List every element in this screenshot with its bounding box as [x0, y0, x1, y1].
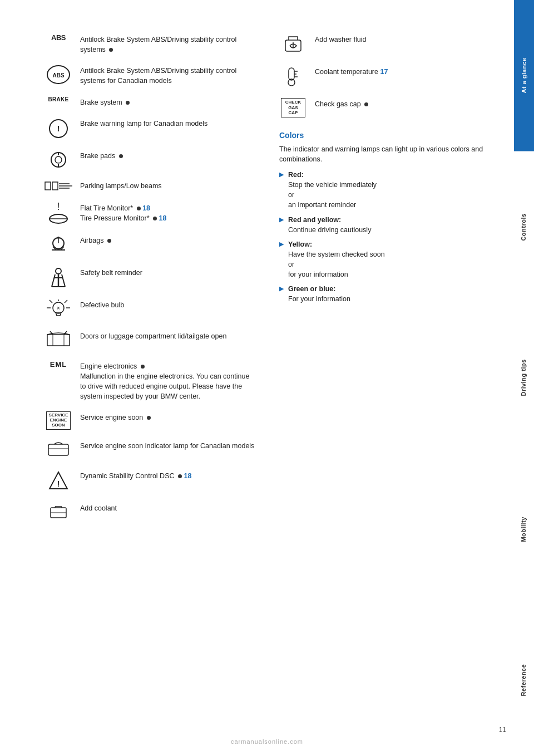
abs-icon: ABS	[44, 33, 72, 42]
defective-bulb-icon: ×	[44, 299, 72, 320]
svg-text:×: ×	[57, 305, 60, 311]
item-label: Antilock Brake System ABS/Driving stabil…	[80, 65, 257, 86]
item-label: Flat Tire Monitor* 18 Tire Pressure Moni…	[80, 202, 166, 223]
airbags-icon	[44, 234, 72, 257]
washer-fluid-icon	[279, 33, 307, 56]
svg-rect-9	[52, 182, 58, 190]
color-text: Green or blue: For your information	[288, 284, 350, 304]
sidebar-tab-driving-tips[interactable]: Driving tips	[514, 302, 534, 454]
item-label: Parking lamps/Low beams	[80, 180, 162, 191]
color-item-yellow: ▶ Yellow: Have the system checked soon o…	[279, 239, 492, 280]
eml-icon: EML	[44, 360, 72, 369]
list-item: Add coolant	[44, 502, 257, 522]
brake-pads-icon	[44, 150, 72, 170]
service-engine-canadian-icon	[44, 440, 72, 460]
bullet-icon: ▶	[279, 240, 284, 248]
item-label: Brake warning lamp for Canadian models	[80, 117, 207, 129]
colors-intro: The indicator and warning lamps can ligh…	[279, 144, 492, 164]
color-text: Red and yellow: Continue driving cautiou…	[288, 215, 371, 235]
svg-rect-32	[48, 444, 68, 455]
list-item: CHECKGAS CAP Check gas cap	[279, 98, 492, 117]
check-gas-cap-icon: CHECKGAS CAP	[279, 98, 307, 117]
svg-text:!: !	[57, 479, 60, 488]
right-column: Add washer fluid Coolant temperature 17	[279, 33, 492, 723]
item-label: Add washer fluid	[315, 33, 366, 45]
list-item: ABS Antilock Brake System ABS/Driving st…	[44, 33, 257, 55]
list-item: Safety belt reminder	[44, 267, 257, 289]
bullet-icon: ▶	[279, 171, 284, 178]
watermark: carmanualsonline.com	[231, 738, 303, 745]
svg-rect-8	[45, 182, 51, 190]
list-item: SERVICEENGINESOON Service engine soon	[44, 411, 257, 429]
item-label: Dynamic Stability Control DSC 18	[80, 470, 191, 481]
left-column: ABS Antilock Brake System ABS/Driving st…	[44, 33, 257, 723]
item-label: Doors or luggage compartment lid/tailgat…	[80, 330, 226, 341]
list-item: ! Dynamic Stability Control DSC 18	[44, 470, 257, 492]
list-item: Parking lamps/Low beams	[44, 180, 257, 192]
list-item: Service engine soon indicator lamp for C…	[44, 440, 257, 460]
item-label: Engine electronics Malfunction in the en…	[80, 360, 257, 402]
list-item: Coolant temperature 17	[279, 66, 492, 88]
sidebar-tab-controls[interactable]: Controls	[514, 151, 534, 303]
doors-icon	[44, 330, 72, 350]
list-item: Add washer fluid	[279, 33, 492, 56]
parking-lamps-icon	[44, 180, 72, 192]
list-item: × Defective bulb	[44, 299, 257, 320]
item-label: Coolant temperature 17	[315, 66, 388, 77]
color-text: Red: Stop the vehicle immediately or an …	[288, 170, 377, 210]
list-item: ! Brake warning lamp for Canadian models	[44, 117, 257, 140]
brake-warning-icon: !	[44, 117, 72, 140]
item-label: Brake pads	[80, 150, 123, 161]
svg-point-5	[55, 156, 62, 163]
bullet-icon: ▶	[279, 216, 284, 223]
svg-point-20	[57, 237, 60, 239]
abs-canadian-icon: ABS	[44, 65, 72, 85]
service-engine-icon: SERVICEENGINESOON	[44, 411, 72, 429]
svg-text:ABS: ABS	[52, 72, 64, 78]
list-item: ABS Antilock Brake System ABS/Driving st…	[44, 65, 257, 86]
coolant-temp-icon	[279, 66, 307, 88]
item-label: Airbags	[80, 234, 111, 246]
colors-section: Colors The indicator and warning lamps c…	[279, 131, 492, 305]
list-item: Doors or luggage compartment lid/tailgat…	[44, 330, 257, 350]
color-item-red: ▶ Red: Stop the vehicle immediately or a…	[279, 170, 492, 210]
list-item: BRAKE Brake system	[44, 96, 257, 107]
color-text: Yellow: Have the system checked soon or …	[288, 239, 385, 280]
svg-point-22	[56, 268, 61, 274]
safety-belt-icon	[44, 267, 72, 289]
svg-text:!: !	[57, 124, 60, 133]
sidebar-tab-reference[interactable]: Reference	[514, 605, 534, 756]
dsc-icon: !	[44, 470, 72, 492]
sidebar-tab-mobility[interactable]: Mobility	[514, 454, 534, 605]
list-item: Brake pads	[44, 150, 257, 170]
color-item-red-yellow: ▶ Red and yellow: Continue driving cauti…	[279, 215, 492, 235]
item-label: Service engine soon indicator lamp for C…	[80, 440, 254, 451]
brake-icon: BRAKE	[44, 96, 72, 102]
tire-monitor-icon: !	[44, 202, 72, 224]
item-label: Check gas cap	[315, 98, 368, 109]
item-label: Defective bulb	[80, 299, 124, 310]
item-label: Safety belt reminder	[80, 267, 142, 278]
svg-line-26	[50, 300, 52, 303]
colors-title: Colors	[279, 131, 492, 140]
add-coolant-icon	[44, 502, 72, 522]
bullet-icon: ▶	[279, 285, 284, 292]
item-label: Antilock Brake System ABS/Driving stabil…	[80, 33, 257, 55]
sidebar: At a glance Controls Driving tips Mobili…	[514, 0, 534, 756]
sidebar-tab-at-a-glance[interactable]: At a glance	[514, 0, 534, 151]
item-label: Service engine soon	[80, 411, 151, 423]
page-number: 11	[499, 726, 506, 734]
item-label: Add coolant	[80, 502, 117, 513]
svg-line-27	[65, 300, 67, 303]
item-label: Brake system	[80, 96, 130, 107]
list-item: Airbags	[44, 234, 257, 257]
svg-text:!: !	[57, 202, 60, 212]
svg-rect-42	[289, 68, 294, 80]
list-item: ! Flat Tire Monitor* 18 Tire Pressure Mo…	[44, 202, 257, 224]
list-item: EML Engine electronics Malfunction in th…	[44, 360, 257, 402]
color-item-green-blue: ▶ Green or blue: For your information	[279, 284, 492, 304]
